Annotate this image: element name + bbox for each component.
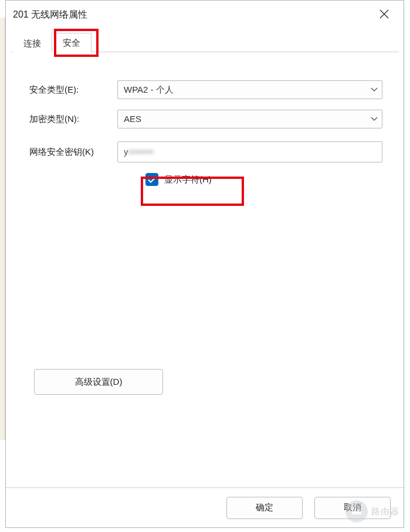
background-sliver [0,18,5,440]
close-button[interactable] [373,4,395,26]
svg-line-3 [353,509,354,511]
dialog-footer: 确定 取消 [6,487,404,527]
row-encryption-type: 加密类型(N): AES [29,110,382,128]
row-network-key: 网络安全密钥(K) y••••••• [29,141,382,162]
show-characters-checkbox[interactable] [145,173,158,186]
network-key-prefix: y [124,147,128,157]
encryption-type-select[interactable]: AES [117,110,382,128]
security-type-label: 安全类型(E): [29,84,117,96]
advanced-settings-button[interactable]: 高级设置(D) [34,369,163,395]
router-icon [345,500,368,523]
tab-connection-label: 连接 [23,38,41,48]
ok-button-label: 确定 [256,502,273,513]
watermark-text: 路由器 [371,506,399,517]
check-icon [148,177,156,183]
window-title: 201 无线网络属性 [13,9,87,21]
network-key-label: 网络安全密钥(K) [29,147,117,158]
svg-line-4 [360,509,361,511]
advanced-settings-label: 高级设置(D) [75,377,123,388]
tab-strip: 连接 安全 [6,29,404,52]
wireless-properties-dialog: 201 无线网络属性 连接 安全 安全类型(E): WPA2 - 个人 [5,0,404,528]
network-key-control: y••••••• [117,141,382,162]
watermark: 路由器 [345,500,399,523]
security-type-control: WPA2 - 个人 [117,80,382,99]
security-type-value: WPA2 - 个人 [117,80,382,99]
ok-button[interactable]: 确定 [226,497,303,519]
tab-connection[interactable]: 连接 [13,34,52,53]
tab-security-label: 安全 [63,38,80,48]
encryption-type-value: AES [117,110,382,128]
network-key-input[interactable]: y••••••• [117,141,382,162]
close-icon [379,9,389,21]
tab-security[interactable]: 安全 [52,33,92,53]
network-key-obscured: ••••••• [128,142,154,162]
encryption-type-label: 加密类型(N): [29,114,117,125]
encryption-type-control: AES [117,110,382,128]
row-show-characters: 显示字符(H) [145,173,382,186]
svg-rect-2 [352,511,361,514]
titlebar: 201 无线网络属性 [6,1,404,29]
show-characters-label: 显示字符(H) [164,174,212,185]
security-type-select[interactable]: WPA2 - 个人 [117,80,382,99]
row-security-type: 安全类型(E): WPA2 - 个人 [29,80,382,99]
tab-content-security: 安全类型(E): WPA2 - 个人 加密类型(N): AES [6,52,404,186]
